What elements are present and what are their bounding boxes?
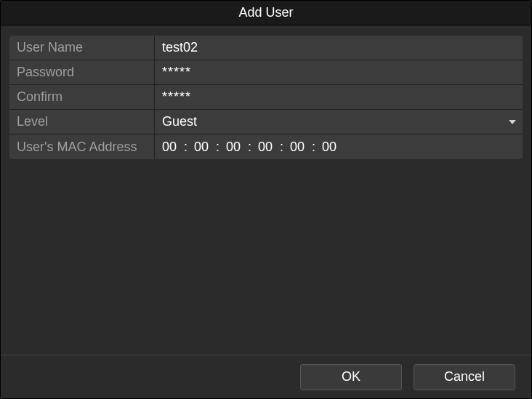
dialog-title: Add User [238, 5, 293, 20]
label-mac: User's MAC Address [9, 134, 155, 159]
field-mac[interactable]: 00 : 00 : 00 : 00 : 00 : 00 [155, 134, 523, 159]
field-password[interactable]: ***** [155, 60, 523, 84]
cancel-button[interactable]: Cancel [414, 364, 515, 390]
confirm-input[interactable]: ***** [162, 89, 191, 105]
mac-seg-4[interactable]: 00 [290, 140, 309, 155]
row-level: Level Guest [9, 110, 523, 134]
mac-sep: : [245, 140, 258, 155]
ok-button[interactable]: OK [300, 364, 402, 390]
mac-sep: : [309, 140, 322, 155]
mac-sep: : [213, 140, 226, 155]
dialog-body: User Name Password ***** Confirm ***** L… [1, 25, 531, 355]
row-password: Password ***** [9, 60, 523, 85]
mac-input[interactable]: 00 : 00 : 00 : 00 : 00 : 00 [162, 140, 341, 155]
mac-sep: : [181, 140, 194, 155]
cancel-button-label: Cancel [444, 369, 485, 384]
row-username: User Name [9, 36, 523, 60]
mac-seg-2[interactable]: 00 [226, 140, 245, 155]
row-mac: User's MAC Address 00 : 00 : 00 : 00 : 0… [9, 134, 523, 159]
field-level[interactable]: Guest [155, 110, 523, 134]
mac-sep: : [277, 140, 290, 155]
titlebar: Add User [1, 1, 531, 25]
field-username[interactable] [155, 36, 523, 60]
field-confirm[interactable]: ***** [155, 85, 523, 109]
mac-seg-3[interactable]: 00 [258, 140, 277, 155]
label-confirm: Confirm [9, 85, 155, 109]
level-select-value: Guest [162, 114, 197, 129]
password-input[interactable]: ***** [162, 65, 191, 80]
mac-seg-0[interactable]: 00 [162, 140, 181, 155]
label-password: Password [9, 60, 155, 84]
ok-button-label: OK [342, 369, 360, 384]
mac-seg-1[interactable]: 00 [194, 140, 213, 155]
label-username: User Name [9, 36, 155, 60]
username-input[interactable] [162, 40, 515, 55]
mac-seg-5[interactable]: 00 [322, 140, 341, 155]
form: User Name Password ***** Confirm ***** L… [9, 36, 523, 159]
add-user-dialog: Add User User Name Password ***** Confir… [0, 0, 532, 399]
chevron-down-icon[interactable] [508, 119, 517, 125]
dialog-footer: OK Cancel [1, 355, 531, 398]
row-confirm: Confirm ***** [9, 85, 523, 110]
label-level: Level [9, 110, 155, 134]
